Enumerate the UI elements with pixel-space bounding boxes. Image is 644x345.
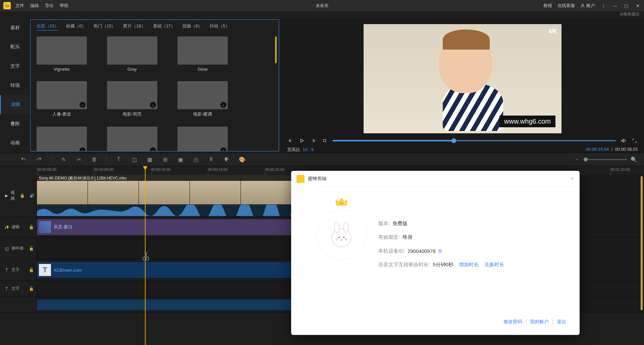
filter-item[interactable]: ↓电影-典雅 [107,127,157,151]
filter-scrollbar[interactable] [275,37,277,63]
download-icon[interactable]: ↓ [150,102,156,108]
change-password-link[interactable]: 修改密码 [503,319,522,325]
download-icon[interactable]: ↓ [79,102,86,108]
zoom-out-icon[interactable]: − [574,156,580,163]
play-button[interactable] [299,137,305,144]
add-duration-link[interactable]: 增加时长 [459,262,479,268]
download-icon[interactable]: ↓ [220,147,226,151]
svg-point-10 [343,222,348,232]
lock-icon[interactable]: 🔓 [29,225,34,229]
minimize-icon[interactable]: — [612,3,618,9]
exchange-duration-link[interactable]: 兑换时长 [484,262,504,268]
main-menu: 文件 编辑 导出 帮助 [15,3,68,9]
track-label: 画中画 [11,246,23,251]
menu-export[interactable]: 导出 [45,3,54,9]
svg-point-14 [345,238,347,240]
filter-clip[interactable]: 风景-夏日 [37,219,292,235]
filter-thumb: ↓ [177,127,228,151]
device-row: 本机设备ID: 2900400978 ⧉ [378,248,566,254]
sidebar-item-audio[interactable]: 配乐 [0,37,30,56]
sidebar-item-text[interactable]: 文字 [0,57,30,76]
filter-item[interactable]: ↓人像-提亮 [177,127,228,151]
modal-close-icon[interactable]: × [570,175,574,183]
menu-file[interactable]: 文件 [15,3,24,9]
timeline-scrollbar[interactable] [641,176,643,310]
svg-text:VIP: VIP [339,202,344,205]
lock-icon[interactable]: 🔓 [29,268,34,272]
download-icon[interactable]: ↓ [220,102,226,108]
next-frame-button[interactable] [310,137,317,144]
edit-icon[interactable]: ✎ [60,156,67,163]
color-icon[interactable]: 🎨 [239,156,246,163]
text-tool-icon[interactable]: T [115,156,122,163]
grid-icon[interactable]: ⊞ [162,156,168,163]
filter-tab-hot[interactable]: 热门（15） [94,23,116,30]
filter-item[interactable]: ↓风景-夏日 [37,127,87,151]
filter-tab-film[interactable]: 胶片（16） [123,23,145,30]
copy-device-id-icon[interactable]: ⧉ [438,248,442,254]
filter-tab-fav[interactable]: 收藏（0） [66,23,86,30]
prev-frame-button[interactable] [287,137,294,144]
filter-track-icon: ✨ [4,224,9,230]
download-icon[interactable]: ↓ [150,147,156,151]
account-menu[interactable]: 账户 [580,3,595,9]
my-account-link[interactable]: 我的账户 [530,319,549,325]
sidebar-item-media[interactable]: 素材 [0,18,30,37]
zoom-in-icon[interactable]: 🔍 [631,156,637,163]
save-status: ⊘保存成功 [0,11,644,18]
settings-icon[interactable]: ⋮ [600,3,606,9]
menu-edit[interactable]: 编辑 [30,3,39,9]
download-icon[interactable]: ↓ [79,147,86,151]
lock-icon[interactable]: 🔓 [29,246,34,251]
lock-icon[interactable]: 🔓 [20,193,25,198]
filter-label: 人像-磨皮 [37,111,87,117]
filter-tab-shake[interactable]: 抖动（5） [210,23,229,30]
mute-icon[interactable]: 🔊 [30,193,35,198]
extra-clip[interactable] [37,299,292,310]
close-icon[interactable]: ✕ [635,3,641,9]
maximize-icon[interactable]: ▢ [623,3,629,9]
logout-link[interactable]: 退出 [557,319,566,325]
link-tutorial[interactable]: 教程 [543,3,552,9]
filter-item[interactable]: ↓人像-磨皮 [37,81,87,117]
volume-icon[interactable] [621,137,627,144]
preview-seek-slider[interactable] [333,140,616,141]
split-icon[interactable]: ✂ [75,156,82,163]
filter-item[interactable]: Glow [177,37,228,72]
sidebar-item-filter[interactable]: 滤镜 [0,95,30,114]
sidebar-item-transition[interactable]: 转场 [0,76,30,95]
crop-icon[interactable]: ◫ [131,156,138,163]
stop-button[interactable] [321,137,328,144]
filter-item[interactable]: Gray [107,37,157,72]
mosaic-icon[interactable]: ▦ [146,156,153,163]
track-label: 视频 [11,190,18,201]
filter-item[interactable]: Vignette [37,37,87,72]
freeze-icon[interactable]: ▣ [177,156,184,163]
filter-item[interactable]: ↓电影-明亮 [107,81,157,117]
filter-tab-basic[interactable]: 基础（17） [153,23,175,30]
cut-marker-icon[interactable] [143,251,149,261]
filter-clip-thumb [39,221,51,233]
voice-icon[interactable]: 🎙 [208,156,215,163]
menu-help[interactable]: 帮助 [60,3,68,9]
link-support[interactable]: 在线客服 [557,3,575,9]
zoom-slider[interactable] [584,159,627,160]
dub-icon[interactable]: 🗣 [223,156,230,163]
undo-icon[interactable] [20,156,27,163]
sidebar-item-animation[interactable]: 动画 [0,134,30,153]
video-clip[interactable]: Sony.4K.DEMO.[索尼4K演示片].12Bit.HEVC.mkv [37,175,292,216]
filter-tab-all[interactable]: 全部（59） [37,23,59,30]
filter-tab-distort[interactable]: 扭曲（6） [182,23,202,30]
titlebar: 🐝 文件 编辑 导出 帮助 未命名 教程 在线客服 账户 ⋮ — ▢ ✕ [0,0,644,11]
sidebar-item-overlay[interactable]: 叠附 [0,114,30,133]
filter-item[interactable]: ↓电影-暖调 [177,81,228,117]
fullscreen-icon[interactable] [631,137,638,144]
document-title: 未命名 [316,3,329,9]
redo-icon[interactable] [36,156,42,163]
lock-icon[interactable]: 🔓 [29,286,34,291]
speed-icon[interactable]: ◷ [193,156,199,163]
video-track-icon: ▶ [4,193,9,198]
delete-icon[interactable]: 🗑 [91,156,98,163]
svg-point-13 [336,238,338,240]
text-clip[interactable]: T 423Down.com [37,262,292,278]
